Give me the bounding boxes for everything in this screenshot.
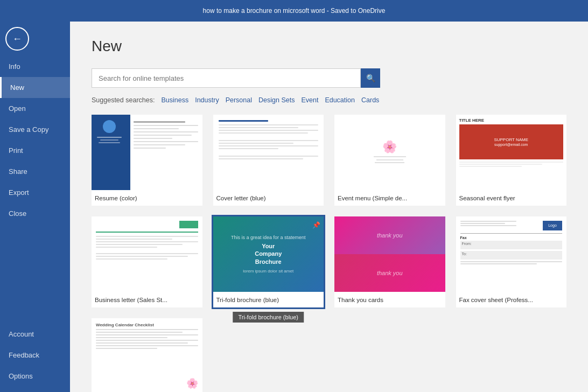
- template-thumb-cover-letter: [213, 115, 324, 190]
- suggested-label: Suggested searches:: [92, 96, 155, 104]
- template-label-event-menu: Event menu (Simple de...: [334, 190, 445, 206]
- search-button[interactable]: 🔍: [361, 68, 380, 88]
- sidebar-item-info[interactable]: Info: [0, 56, 70, 77]
- pin-icon: 📌: [312, 220, 320, 229]
- suggested-tag-event[interactable]: Event: [301, 96, 318, 104]
- template-fax[interactable]: Logo Fax From: To: Fax cover sheet (Prof…: [456, 216, 567, 307]
- template-seasonal-flyer[interactable]: TITLE HERE SUPPORT NAMEsupport@email.com…: [456, 115, 567, 206]
- sidebar-item-new[interactable]: New: [0, 77, 70, 98]
- template-thumb-event-menu: 🌸: [334, 115, 445, 190]
- suggested-tag-education[interactable]: Education: [325, 96, 355, 104]
- suggested-tag-personal[interactable]: Personal: [226, 96, 252, 104]
- template-label-fax: Fax cover sheet (Profess...: [456, 292, 567, 307]
- sidebar-item-open[interactable]: Open: [0, 98, 70, 119]
- trifold-tooltip: Tri-fold brochure (blue): [233, 312, 304, 323]
- template-thumb-fax: Logo Fax From: To:: [456, 216, 567, 292]
- template-trifold-wrap: This is a great idea for a statement You…: [213, 216, 324, 307]
- sidebar-item-feedback[interactable]: Feedback: [0, 345, 70, 366]
- suggested-tag-design-sets[interactable]: Design Sets: [258, 96, 295, 104]
- template-thumb-wedding: Wedding Calendar Checklist 🌸: [92, 318, 202, 392]
- suggested-tag-cards[interactable]: Cards: [361, 96, 379, 104]
- search-icon: 🔍: [366, 74, 375, 82]
- search-input[interactable]: [92, 68, 361, 88]
- template-label-seasonal: Seasonal event flyer: [456, 190, 567, 206]
- search-row: 🔍: [92, 68, 566, 88]
- sidebar-item-save-copy[interactable]: Save a Copy: [0, 119, 70, 140]
- template-thumb-resume: [92, 115, 202, 190]
- template-label-cover-letter: Cover letter (blue): [213, 190, 324, 206]
- template-label-resume-color: Resume (color): [92, 190, 202, 206]
- suggested-tag-business[interactable]: Business: [161, 96, 188, 104]
- sidebar-item-options[interactable]: Options: [0, 366, 70, 387]
- title-text: how to make a brochure on microsoft word…: [203, 7, 386, 15]
- sidebar-item-account[interactable]: Account: [0, 324, 70, 345]
- template-thumb-biz-letter: [92, 216, 202, 292]
- sidebar-item-print[interactable]: Print: [0, 140, 70, 161]
- template-event-menu[interactable]: 🌸 Event menu (Simple de...: [334, 115, 445, 206]
- template-thumb-seasonal: TITLE HERE SUPPORT NAMEsupport@email.com: [456, 115, 567, 190]
- sidebar-item-export[interactable]: Export: [0, 182, 70, 203]
- template-label-trifold: Tri-fold brochure (blue): [213, 292, 324, 307]
- template-biz-letter[interactable]: Business letter (Sales St...: [92, 216, 202, 307]
- back-button[interactable]: ←: [5, 27, 29, 51]
- suggested-tag-industry[interactable]: Industry: [195, 96, 219, 104]
- title-bar: how to make a brochure on microsoft word…: [0, 0, 588, 22]
- sidebar-item-share[interactable]: Share: [0, 161, 70, 182]
- template-wedding-cal[interactable]: Wedding Calendar Checklist 🌸: [92, 318, 202, 392]
- sidebar: ← Info New Open Save a Copy Print Share …: [0, 22, 70, 392]
- template-label-thankyou: Thank you cards: [334, 292, 445, 307]
- template-trifold[interactable]: This is a great idea for a statement You…: [213, 216, 324, 307]
- template-cover-letter[interactable]: Cover letter (blue): [213, 115, 324, 206]
- page-title: New: [92, 38, 566, 55]
- templates-grid: Resume (color): [92, 115, 566, 392]
- back-icon: ←: [12, 33, 22, 45]
- template-label-biz-letter: Business letter (Sales St...: [92, 292, 202, 307]
- template-resume-color[interactable]: Resume (color): [92, 115, 202, 206]
- sidebar-bottom: Account Feedback Options: [0, 324, 70, 392]
- template-thumb-thankyou: thank you thank you: [334, 216, 445, 292]
- sidebar-nav: Info New Open Save a Copy Print Share Ex…: [0, 56, 70, 224]
- content-area: New 🔍 Suggested searches: Business Indus…: [70, 22, 588, 392]
- sidebar-item-close[interactable]: Close: [0, 203, 70, 224]
- template-thumb-trifold: This is a great idea for a statement You…: [213, 216, 324, 292]
- template-thank-you[interactable]: thank you thank you Thank you cards: [334, 216, 445, 307]
- suggested-searches: Suggested searches: Business Industry Pe…: [92, 96, 566, 104]
